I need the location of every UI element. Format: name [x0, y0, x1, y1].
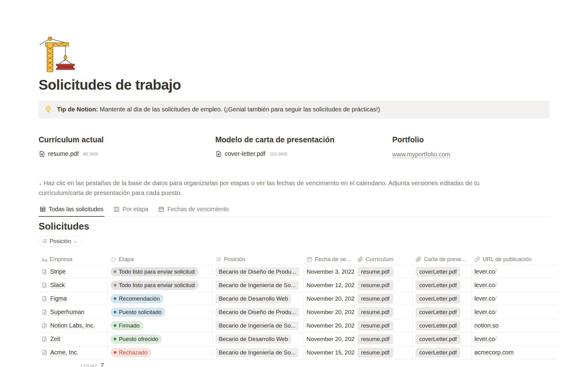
stage-cell[interactable]: Firmado	[108, 319, 213, 332]
resume-file-chip[interactable]: resume.pdf	[357, 267, 393, 277]
cover-letter-cell[interactable]: coverLetter.pdf	[413, 265, 472, 278]
company-cell[interactable]: Acme, Inc.	[39, 346, 108, 359]
due-date-cell[interactable]: November 20, 202	[304, 319, 355, 332]
stage-cell[interactable]: Puesto solicitado	[108, 305, 213, 319]
due-date-cell[interactable]: November 20, 202	[304, 292, 355, 305]
column-header-etapa[interactable]: Etapa	[108, 256, 213, 263]
posting-url-cell[interactable]: notion.so	[472, 319, 557, 332]
cover-letter-cell[interactable]: coverLetter.pdf	[413, 319, 472, 332]
stage-cell[interactable]: Todo listo para enviar solicitud	[108, 265, 213, 278]
resume-cell[interactable]: resume.pdf	[355, 319, 413, 332]
company-cell[interactable]: Zeit	[39, 332, 108, 346]
resume-file-chip[interactable]: resume.pdf	[357, 334, 393, 344]
position-filter-button[interactable]: Posición	[39, 236, 81, 246]
position-chip[interactable]: Becario de Diseño de Produ...	[216, 308, 300, 317]
stage-tag[interactable]: Puesto ofrecido	[111, 335, 162, 344]
posting-url-cell[interactable]: lever.co/	[472, 332, 557, 346]
due-date-cell[interactable]: November 3, 2022	[304, 265, 355, 278]
due-date-cell[interactable]: November 15, 202	[304, 346, 355, 359]
position-chip[interactable]: Becario de Desarrollo Web	[216, 335, 291, 344]
resume-cell[interactable]: resume.pdf	[355, 332, 413, 346]
column-header-fecha-de-ve-[interactable]: Fecha de ve...	[304, 256, 355, 263]
tab-todas-las-solicitudes[interactable]: Todas las solicitudes	[39, 206, 104, 217]
due-date-cell[interactable]: November 20, 202	[304, 305, 355, 319]
posting-url-cell[interactable]: lever.co/	[472, 279, 557, 292]
company-cell[interactable]: Figma	[39, 292, 108, 305]
position-chip[interactable]: Becario de Diseño de Produ...	[216, 267, 300, 276]
stage-tag[interactable]: Firmado	[111, 321, 143, 330]
resume-file-chip[interactable]: resume.pdf	[357, 348, 393, 358]
position-cell[interactable]: Becario de Diseño de Produ...	[213, 265, 304, 278]
count-calculation[interactable]: COUNT 7	[39, 362, 108, 367]
position-cell[interactable]: Becario de Desarrollo Web	[213, 292, 304, 305]
stage-cell[interactable]: Rechazado	[108, 346, 213, 359]
cover-letter-file[interactable]: cover-letter.pdf 102.6KB	[215, 150, 392, 157]
stage-tag[interactable]: Rechazado	[111, 348, 151, 357]
posting-url-link[interactable]: lever.co	[474, 268, 495, 275]
cover-letter-cell[interactable]: coverLetter.pdf	[413, 292, 472, 305]
resume-cell[interactable]: resume.pdf	[355, 292, 413, 305]
column-header-carta-de-prese-[interactable]: Carta de prese...	[413, 256, 472, 263]
stage-tag[interactable]: Todo listo para enviar solicitud	[111, 267, 198, 276]
posting-url-cell[interactable]: lever.co/	[472, 305, 557, 319]
company-cell[interactable]: Superhuman	[39, 305, 108, 319]
column-header-posici-n[interactable]: Posición	[213, 256, 304, 263]
posting-url-cell[interactable]: lever.co/	[472, 265, 557, 278]
cover-letter-file-chip[interactable]: coverLetter.pdf	[416, 280, 460, 290]
tab-fechas-de-vencimiento[interactable]: Fechas de vencimiento	[157, 206, 230, 217]
stage-tag[interactable]: Todo listo para enviar solicitud	[111, 281, 198, 290]
resume-file-chip[interactable]: resume.pdf	[357, 321, 393, 331]
company-cell[interactable]: Stripe	[39, 265, 108, 278]
position-cell[interactable]: Becario de Diseño de Produ...	[213, 305, 304, 319]
resume-file-chip[interactable]: resume.pdf	[357, 307, 393, 317]
due-date-cell[interactable]: November 20, 202	[304, 332, 355, 346]
position-cell[interactable]: Becario de Ingeniería de So...	[213, 346, 304, 359]
construction-crane-icon[interactable]	[37, 33, 78, 73]
resume-cell[interactable]: resume.pdf	[355, 305, 413, 319]
cover-letter-file-chip[interactable]: coverLetter.pdf	[416, 334, 460, 344]
cover-letter-file-chip[interactable]: coverLetter.pdf	[416, 321, 460, 331]
resume-cell[interactable]: resume.pdf	[355, 346, 413, 359]
position-chip[interactable]: Becario de Desarrollo Web	[216, 294, 291, 303]
company-cell[interactable]: Notion Labs, Inc.	[39, 319, 108, 332]
position-cell[interactable]: Becario de Desarrollo Web	[213, 332, 304, 346]
posting-url-cell[interactable]: lever.co/	[472, 292, 557, 305]
position-cell[interactable]: Becario de Ingeniería de So...	[213, 279, 304, 292]
cover-letter-cell[interactable]: coverLetter.pdf	[413, 305, 472, 319]
cover-letter-file-chip[interactable]: coverLetter.pdf	[416, 307, 460, 317]
cover-letter-cell[interactable]: coverLetter.pdf	[413, 279, 472, 292]
resume-file-chip[interactable]: resume.pdf	[357, 294, 393, 304]
stage-cell[interactable]: Puesto ofrecido	[108, 332, 213, 346]
position-chip[interactable]: Becario de Ingeniería de So...	[216, 348, 299, 357]
cover-letter-cell[interactable]: coverLetter.pdf	[413, 346, 472, 359]
posting-url-link[interactable]: acmecorp.com	[474, 349, 514, 356]
column-header-empresa[interactable]: AaEmpresa	[39, 256, 108, 263]
tab-por-etapa[interactable]: Por etapa	[112, 206, 149, 217]
column-header-url-de-publicaci-n[interactable]: URL de publicación	[472, 256, 557, 263]
stage-cell[interactable]: Todo listo para enviar solicitud	[108, 279, 213, 292]
posting-url-link[interactable]: lever.co	[474, 295, 495, 302]
stage-cell[interactable]: Recomendación	[108, 292, 213, 305]
portfolio-link[interactable]: www.myportfolio.com	[392, 151, 450, 158]
stage-tag[interactable]: Recomendación	[111, 294, 164, 303]
posting-url-link[interactable]: notion.so	[474, 322, 499, 329]
cover-letter-file-chip[interactable]: coverLetter.pdf	[416, 348, 460, 358]
company-cell[interactable]: Slack	[39, 279, 108, 292]
posting-url-link[interactable]: lever.co	[474, 335, 495, 343]
cover-letter-file-chip[interactable]: coverLetter.pdf	[416, 267, 460, 277]
posting-url-link[interactable]: lever.co	[474, 309, 495, 316]
stage-tag[interactable]: Puesto solicitado	[111, 308, 165, 317]
resume-cell[interactable]: resume.pdf	[355, 279, 413, 292]
cover-letter-cell[interactable]: coverLetter.pdf	[413, 332, 472, 346]
resume-file-chip[interactable]: resume.pdf	[357, 280, 393, 290]
resume-cell[interactable]: resume.pdf	[355, 265, 413, 278]
resume-file[interactable]: resume.pdf 80.5KB	[39, 150, 215, 157]
position-chip[interactable]: Becario de Ingeniería de So...	[216, 321, 299, 330]
position-chip[interactable]: Becario de Ingeniería de So...	[216, 281, 299, 290]
position-cell[interactable]: Becario de Ingeniería de So...	[213, 319, 304, 332]
column-header-curr-culum[interactable]: Currículum	[355, 256, 413, 263]
cover-letter-file-chip[interactable]: coverLetter.pdf	[416, 294, 460, 304]
due-date-cell[interactable]: November 12, 202	[304, 279, 355, 292]
posting-url-link[interactable]: lever.co	[474, 282, 495, 289]
posting-url-cell[interactable]: acmecorp.com	[472, 346, 557, 359]
